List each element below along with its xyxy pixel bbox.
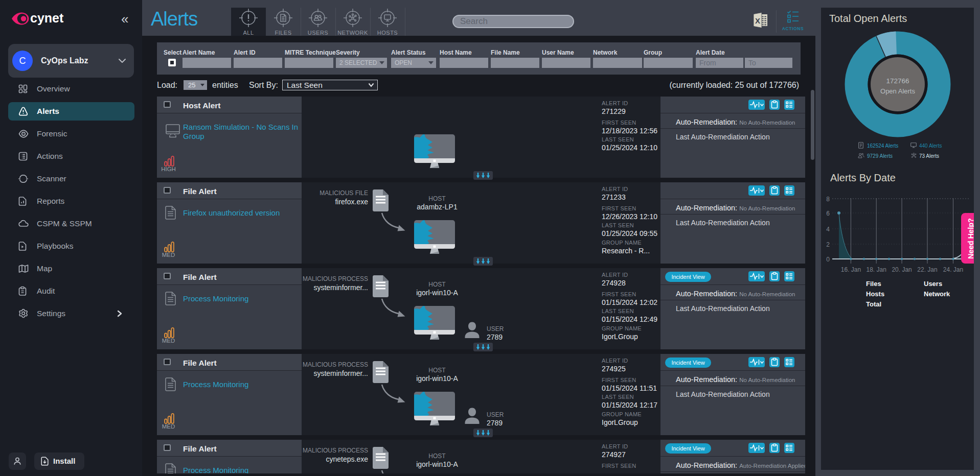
svg-text:X: X [755, 16, 760, 25]
svg-text:172766: 172766 [886, 77, 909, 85]
svg-text:4: 4 [826, 226, 830, 233]
svg-text:cynet: cynet [30, 12, 64, 25]
svg-text:2: 2 [826, 241, 830, 248]
svg-text:22. Jan: 22. Jan [917, 266, 937, 273]
svg-text:24. Jan: 24. Jan [943, 266, 963, 273]
svg-text:8: 8 [826, 196, 830, 203]
svg-text:16. Jan: 16. Jan [841, 266, 861, 273]
svg-text:Open Alerts: Open Alerts [880, 87, 915, 95]
svg-text:6: 6 [826, 210, 830, 217]
svg-text:0: 0 [826, 256, 830, 263]
svg-text:20. Jan: 20. Jan [892, 266, 911, 273]
svg-text:18. Jan: 18. Jan [867, 266, 886, 273]
